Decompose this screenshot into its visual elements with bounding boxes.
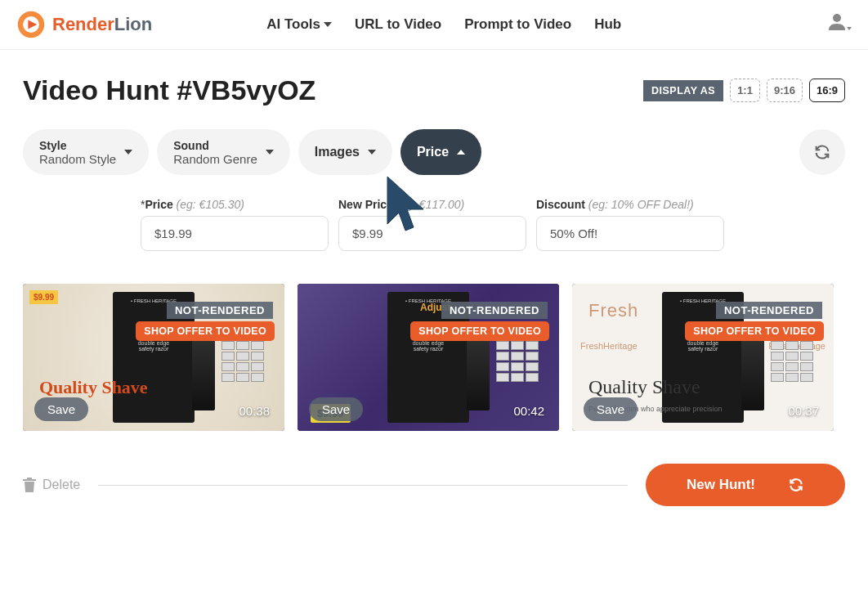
save-button[interactable]: Save bbox=[584, 397, 638, 421]
save-button[interactable]: Save bbox=[34, 397, 88, 421]
new-price-group: New Price (eg: €117.00) bbox=[338, 198, 526, 251]
save-button[interactable]: Save bbox=[309, 397, 363, 421]
logo-icon bbox=[16, 10, 46, 39]
filter-style-label: Style bbox=[39, 139, 116, 152]
title-row: Video Hunt #VB5vyOZ DISPLAY AS 1:1 9:16 … bbox=[23, 74, 845, 106]
logo-text: RenderLion bbox=[52, 14, 152, 35]
razor-image bbox=[741, 329, 764, 410]
filter-price[interactable]: Price bbox=[400, 129, 481, 175]
video-duration: 00:37 bbox=[788, 404, 819, 418]
chevron-down-icon bbox=[368, 150, 376, 155]
chevron-down-icon bbox=[266, 150, 274, 155]
footer-row: Delete New Hunt! bbox=[23, 464, 845, 506]
ratio-16-9[interactable]: 16:9 bbox=[809, 78, 845, 102]
filter-sound-label: Sound bbox=[173, 139, 257, 152]
video-duration: 00:38 bbox=[239, 404, 270, 418]
card-title: Quality Shave bbox=[39, 377, 148, 398]
not-rendered-badge: NOT-RENDERED bbox=[167, 302, 273, 319]
nav-url-to-video[interactable]: URL to Video bbox=[355, 16, 441, 33]
ratio-9-16[interactable]: 9:16 bbox=[767, 78, 803, 102]
discount-input[interactable] bbox=[536, 216, 724, 251]
hero-text: Fresh bbox=[588, 300, 638, 321]
delete-button[interactable]: Delete bbox=[23, 478, 80, 492]
divider bbox=[98, 485, 628, 486]
shop-offer-badge[interactable]: SHOP OFFER TO VIDEO bbox=[410, 321, 549, 341]
not-rendered-badge: NOT-RENDERED bbox=[441, 302, 548, 319]
razor-image bbox=[467, 329, 490, 410]
nav-hub[interactable]: Hub bbox=[594, 16, 621, 33]
display-as-label: DISPLAY AS bbox=[643, 80, 723, 101]
main-nav: AI Tools URL to Video Prompt to Video Hu… bbox=[266, 16, 621, 33]
corner-price-tag: $9.99 bbox=[29, 290, 58, 304]
price-inputs-row: *Price (eg: €105.30) New Price (eg: €117… bbox=[23, 198, 845, 251]
price-group: *Price (eg: €105.30) bbox=[141, 198, 329, 251]
video-cards: • FRESH HERITAGEadjustabledouble edgesaf… bbox=[23, 284, 845, 431]
filter-style-value: Random Style bbox=[39, 152, 116, 166]
blades-image bbox=[221, 341, 264, 382]
new-hunt-button[interactable]: New Hunt! bbox=[646, 464, 845, 506]
price-label: *Price (eg: €105.30) bbox=[141, 198, 329, 211]
app-header: RenderLion AI Tools URL to Video Prompt … bbox=[0, 0, 868, 50]
filter-images-label: Images bbox=[315, 145, 360, 159]
logo[interactable]: RenderLion bbox=[16, 10, 152, 39]
shop-offer-badge[interactable]: SHOP OFFER TO VIDEO bbox=[685, 321, 824, 341]
filters-row: Style Random Style Sound Random Genre Im… bbox=[23, 129, 845, 175]
trash-icon bbox=[23, 478, 36, 492]
razor-image bbox=[192, 329, 215, 410]
video-card-1[interactable]: • FRESH HERITAGEadjustabledouble edgesaf… bbox=[23, 284, 284, 431]
filter-style[interactable]: Style Random Style bbox=[23, 129, 149, 175]
logo-text-render: Render bbox=[52, 14, 114, 34]
blades-image bbox=[771, 341, 813, 382]
not-rendered-badge: NOT-RENDERED bbox=[716, 302, 822, 319]
logo-text-lion: Lion bbox=[114, 14, 152, 34]
discount-label: Discount (eg: 10% OFF Deal!) bbox=[536, 198, 724, 211]
hero-side-text: FreshHeritage bbox=[580, 341, 638, 351]
card-title: Quality Shave bbox=[588, 376, 700, 398]
delete-label: Delete bbox=[43, 478, 80, 492]
filter-price-label: Price bbox=[417, 145, 449, 159]
new-hunt-label: New Hunt! bbox=[687, 477, 755, 493]
main-content: Video Hunt #VB5vyOZ DISPLAY AS 1:1 9:16 … bbox=[0, 50, 868, 531]
blades-image bbox=[496, 341, 539, 382]
filter-sound-value: Random Genre bbox=[173, 152, 257, 166]
video-duration: 00:42 bbox=[513, 404, 544, 418]
page-title: Video Hunt #VB5vyOZ bbox=[23, 74, 315, 106]
filter-images[interactable]: Images bbox=[298, 129, 392, 175]
nav-ai-tools[interactable]: AI Tools bbox=[266, 16, 332, 33]
user-menu[interactable] bbox=[827, 12, 852, 37]
svg-point-2 bbox=[833, 14, 841, 22]
refresh-button[interactable] bbox=[799, 129, 845, 175]
refresh-icon bbox=[788, 477, 804, 493]
new-price-label: New Price (eg: €117.00) bbox=[338, 198, 526, 211]
nav-ai-tools-label: AI Tools bbox=[266, 16, 320, 33]
video-card-3[interactable]: Fresh FreshHeritage FreshHeritage • FRES… bbox=[572, 284, 834, 431]
shop-offer-badge[interactable]: SHOP OFFER TO VIDEO bbox=[136, 321, 275, 341]
display-as-group: DISPLAY AS 1:1 9:16 16:9 bbox=[643, 78, 845, 102]
filter-sound[interactable]: Sound Random Genre bbox=[157, 129, 290, 175]
chevron-down-icon bbox=[124, 150, 132, 155]
price-input[interactable] bbox=[141, 216, 329, 251]
ratio-1-1[interactable]: 1:1 bbox=[730, 78, 760, 102]
new-price-input[interactable] bbox=[338, 216, 526, 251]
chevron-up-icon bbox=[457, 150, 465, 155]
nav-prompt-to-video[interactable]: Prompt to Video bbox=[464, 16, 571, 33]
chevron-down-icon bbox=[324, 22, 332, 27]
discount-group: Discount (eg: 10% OFF Deal!) bbox=[536, 198, 724, 251]
video-card-2[interactable]: • FRESH HERITAGEadjustabledouble edgesaf… bbox=[298, 284, 559, 431]
